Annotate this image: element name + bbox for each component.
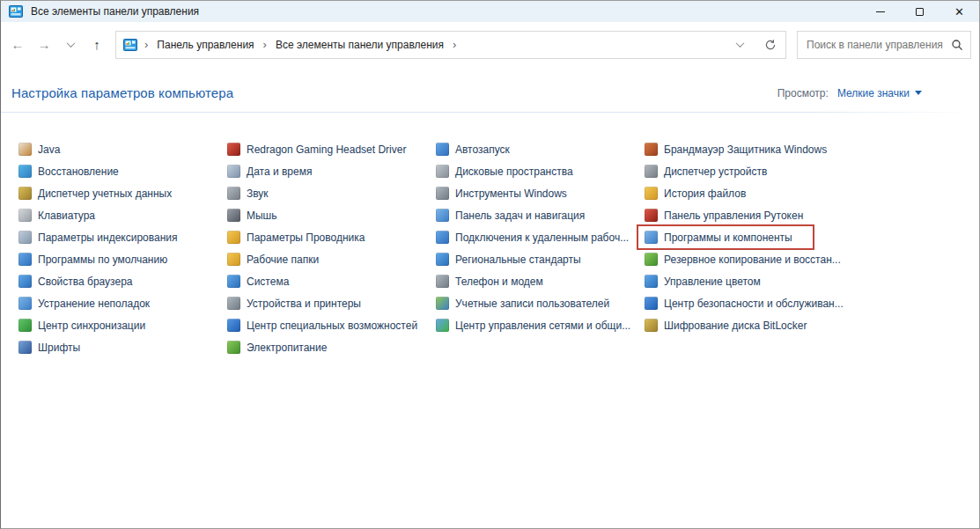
control-panel-item-label: Инструменты Windows bbox=[455, 187, 567, 200]
control-panel-item[interactable]: Устранение неполадок bbox=[18, 292, 150, 314]
control-panel-item-label: Параметры Проводника bbox=[247, 231, 365, 244]
breadcrumb-control-panel[interactable]: Панель управления bbox=[155, 35, 255, 55]
control-panel-item[interactable]: Java bbox=[18, 138, 60, 160]
network-sharing-center-icon bbox=[436, 319, 449, 332]
control-panel-item[interactable]: Программы по умолчанию bbox=[18, 248, 167, 270]
control-panel-item-label: Рабочие папки bbox=[247, 253, 319, 266]
mouse-icon bbox=[227, 209, 240, 222]
minimize-icon bbox=[876, 11, 885, 12]
breadcrumb-separator: › bbox=[256, 39, 274, 50]
address-dropdown-button[interactable] bbox=[732, 32, 748, 58]
control-panel-item-label: Электропитание bbox=[247, 342, 327, 354]
control-panel-item-label: Шрифты bbox=[38, 342, 80, 354]
control-panel-item-label: Программы по умолчанию bbox=[38, 253, 167, 266]
control-panel-item-label: Java bbox=[38, 143, 60, 156]
window-title: Все элементы панели управления bbox=[31, 5, 199, 18]
recent-locations-button[interactable] bbox=[57, 32, 84, 58]
devices-printers-icon bbox=[227, 297, 240, 310]
control-panel-item[interactable]: Резервное копирование и восстан... bbox=[645, 248, 841, 270]
items-column: Redragon Gaming Headset DriverДата и вре… bbox=[227, 138, 436, 358]
minimize-button[interactable] bbox=[860, 1, 900, 22]
close-button[interactable]: ✕ bbox=[939, 1, 979, 22]
control-panel-item[interactable]: Центр специальных возможностей bbox=[227, 314, 417, 336]
control-panel-item[interactable]: Дисковые пространства bbox=[436, 160, 573, 182]
remote-desktop-icon bbox=[436, 231, 449, 244]
control-panel-item[interactable]: Дата и время bbox=[227, 160, 312, 182]
control-panel-item[interactable]: История файлов bbox=[645, 182, 746, 204]
control-panel-item[interactable]: Шифрование диска BitLocker bbox=[645, 314, 807, 336]
control-panel-item[interactable]: Диспетчер устройств bbox=[645, 160, 767, 182]
refresh-icon[interactable] bbox=[764, 39, 777, 51]
view-dropdown[interactable]: Мелкие значки bbox=[837, 87, 922, 99]
up-button[interactable]: ↑ bbox=[84, 32, 110, 58]
search-input[interactable] bbox=[805, 38, 951, 52]
forward-arrow-icon: → bbox=[38, 37, 51, 52]
control-panel-item-label: Учетные записи пользователей bbox=[455, 298, 609, 310]
keyboard-icon bbox=[18, 209, 32, 222]
control-panel-item-label: Центр управления сетями и общи... bbox=[455, 320, 630, 332]
search-icon[interactable] bbox=[951, 39, 963, 51]
control-panel-item[interactable]: Панель задач и навигация bbox=[436, 204, 585, 226]
backup-restore-icon bbox=[645, 253, 658, 266]
control-panel-item[interactable]: Параметры индексирования bbox=[18, 226, 177, 248]
back-button[interactable]: ← bbox=[4, 32, 31, 58]
search-box[interactable] bbox=[797, 31, 971, 59]
content-header: Настройка параметров компьютера Просмотр… bbox=[11, 85, 969, 100]
control-panel-item[interactable]: Центр безопасности и обслуживан... bbox=[645, 292, 844, 314]
control-panel-item[interactable]: Система bbox=[227, 270, 289, 292]
view-dropdown-value: Мелкие значки bbox=[837, 87, 910, 99]
control-panel-item-label: Программы и компоненты bbox=[664, 231, 792, 244]
control-panel-item[interactable]: Программы и компоненты bbox=[645, 226, 792, 248]
forward-button[interactable]: → bbox=[31, 32, 57, 58]
control-panel-item-label: Дата и время bbox=[247, 165, 312, 178]
control-panel-item[interactable]: Региональные стандарты bbox=[436, 248, 581, 270]
sound-icon bbox=[227, 187, 240, 200]
control-panel-item[interactable]: Параметры Проводника bbox=[227, 226, 365, 248]
control-panel-item-label: Панель управления Рутокен bbox=[664, 209, 803, 222]
control-panel-item[interactable]: Звук bbox=[227, 182, 269, 204]
credential-manager-icon bbox=[18, 187, 32, 200]
back-arrow-icon: ← bbox=[11, 37, 25, 52]
control-panel-item-label: Диспетчер учетных данных bbox=[38, 187, 172, 200]
control-panel-item[interactable]: Устройства и принтеры bbox=[227, 292, 361, 314]
maximize-button[interactable] bbox=[900, 1, 939, 22]
control-panel-item-label: Устранение неполадок bbox=[38, 298, 150, 310]
control-panel-item-label: Центр специальных возможностей bbox=[247, 320, 417, 332]
control-panel-item[interactable]: Свойства браузера bbox=[18, 270, 133, 292]
control-panel-item[interactable]: Учетные записи пользователей bbox=[436, 292, 609, 314]
control-panel-item-label: Диспетчер устройств bbox=[664, 165, 767, 178]
control-panel-item[interactable]: Управление цветом bbox=[645, 270, 761, 292]
control-panel-item-label: Центр безопасности и обслуживан... bbox=[664, 298, 844, 310]
control-panel-item[interactable]: Панель управления Рутокен bbox=[645, 204, 803, 226]
control-panel-item[interactable]: Подключения к удаленным рабоч... bbox=[436, 226, 629, 248]
device-manager-icon bbox=[645, 165, 658, 178]
programs-features-icon bbox=[645, 231, 658, 244]
control-panel-item[interactable]: Брандмауэр Защитника Windows bbox=[645, 138, 827, 160]
control-panel-item[interactable]: Восстановление bbox=[18, 160, 119, 182]
control-panel-item[interactable]: Инструменты Windows bbox=[436, 182, 567, 204]
control-panel-item[interactable]: Автозапуск bbox=[436, 138, 510, 160]
control-panel-item[interactable]: Центр синхронизации bbox=[18, 314, 145, 336]
page-title: Настройка параметров компьютера bbox=[11, 85, 233, 100]
address-bar[interactable]: › Панель управления › Все элементы панел… bbox=[115, 31, 786, 59]
control-panel-item[interactable]: Телефон и модем bbox=[436, 270, 543, 292]
control-panel-item[interactable]: Центр управления сетями и общи... bbox=[436, 314, 630, 336]
control-panel-item-label: Redragon Gaming Headset Driver bbox=[247, 143, 406, 156]
region-icon bbox=[436, 253, 449, 266]
breadcrumb-separator: › bbox=[137, 39, 155, 50]
control-panel-item-label: Региональные стандарты bbox=[455, 253, 581, 266]
control-panel-icon bbox=[123, 38, 137, 52]
dropdown-caret-icon bbox=[915, 91, 922, 95]
control-panel-item[interactable]: Диспетчер учетных данных bbox=[18, 182, 172, 204]
control-panel-item-label: Шифрование диска BitLocker bbox=[664, 320, 807, 332]
control-panel-item[interactable]: Redragon Gaming Headset Driver bbox=[227, 138, 406, 160]
control-panel-item[interactable]: Клавиатура bbox=[18, 204, 95, 226]
control-panel-item[interactable]: Электропитание bbox=[227, 336, 327, 358]
breadcrumb-all-items[interactable]: Все элементы панели управления bbox=[274, 35, 446, 55]
control-panel-item[interactable]: Шрифты bbox=[18, 336, 80, 358]
up-arrow-icon: ↑ bbox=[93, 37, 100, 52]
control-panel-item-label: Параметры индексирования bbox=[38, 231, 177, 244]
chevron-down-icon bbox=[66, 39, 75, 48]
control-panel-item[interactable]: Мышь bbox=[227, 204, 277, 226]
control-panel-item[interactable]: Рабочие папки bbox=[227, 248, 319, 270]
